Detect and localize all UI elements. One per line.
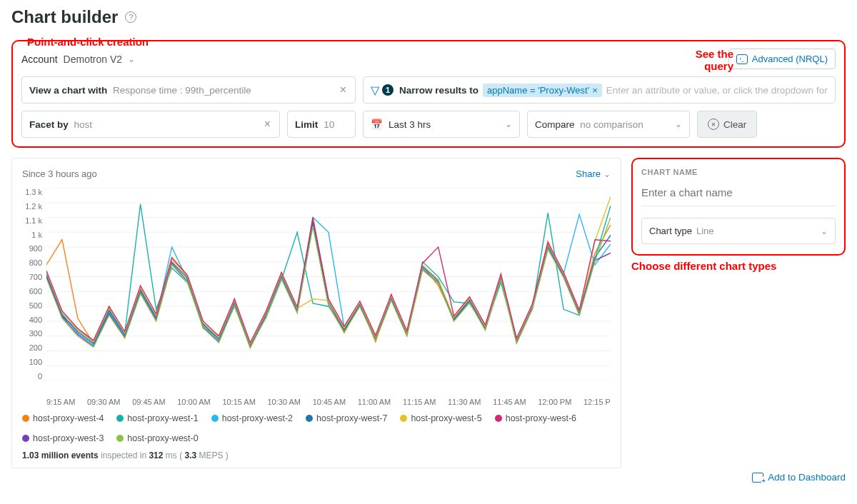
x-tick: 11:30 AM (448, 398, 481, 406)
chevron-down-icon: ⌄ (505, 119, 512, 129)
chart-panel: Since 3 hours ago Share ⌄ 1.3 k1.2 k1.1 … (11, 158, 621, 468)
view-prefix: View a chart with (29, 85, 107, 96)
chevron-down-icon: ⌄ (675, 119, 682, 129)
y-tick: 100 (22, 358, 42, 366)
legend-label: host-proxy-west-3 (33, 433, 104, 443)
dashboard-icon (752, 473, 763, 483)
legend-label: host-proxy-west-0 (127, 433, 198, 443)
filter-chip[interactable]: appName = 'Proxy-West' × (483, 84, 602, 97)
legend-label: host-proxy-west-5 (411, 413, 481, 423)
time-value: Last 3 hrs (389, 119, 431, 130)
facet-field[interactable]: Facet by host × (21, 111, 280, 138)
legend-color-dot (22, 435, 29, 442)
filter-icon: ▽ (371, 84, 379, 97)
view-chart-field[interactable]: View a chart with Response time : 99th_p… (21, 76, 356, 104)
legend-color-dot (306, 415, 313, 422)
account-value: Demotron V2 (64, 54, 122, 65)
clear-view-icon[interactable]: × (339, 84, 348, 96)
chevron-down-icon: ⌄ (603, 169, 611, 179)
share-button[interactable]: Share ⌄ (576, 168, 611, 179)
legend-item[interactable]: host-proxy-west-3 (22, 433, 104, 443)
x-tick: 12:15 P (583, 398, 611, 406)
clear-label: Clear (723, 119, 746, 130)
query-stats: 1.03 million events inspected in 312 ms … (22, 450, 611, 460)
terminal-icon: ›_ (736, 54, 748, 64)
legend-label: host-proxy-west-4 (33, 413, 104, 423)
narrow-prefix: Narrow results to (399, 85, 478, 96)
legend-color-dot (116, 435, 124, 442)
x-tick: 09:45 AM (132, 398, 165, 406)
limit-field[interactable]: Limit 10 (287, 111, 356, 138)
filter-chip-text: appName = 'Proxy-West' (487, 85, 589, 96)
x-tick: 10:15 AM (222, 398, 255, 406)
legend-label: host-proxy-west-2 (222, 413, 293, 423)
legend-item[interactable]: host-proxy-west-0 (116, 433, 198, 443)
legend-color-dot (400, 415, 407, 422)
legend-color-dot (495, 415, 502, 422)
clear-icon: × (708, 119, 719, 130)
remove-chip-icon[interactable]: × (592, 85, 598, 96)
filter-count-badge: 1 (382, 84, 394, 96)
x-tick: 11:15 AM (403, 398, 436, 406)
legend-item[interactable]: host-proxy-west-7 (306, 413, 387, 423)
help-icon[interactable]: ? (125, 11, 136, 23)
legend-label: host-proxy-west-1 (127, 413, 198, 423)
legend-item[interactable]: host-proxy-west-2 (211, 413, 293, 423)
y-tick: 400 (22, 316, 42, 324)
x-tick: 10:30 AM (268, 398, 301, 406)
add-to-dashboard-button[interactable]: Add to Dashboard (631, 472, 846, 483)
legend-item[interactable]: host-proxy-west-4 (22, 413, 104, 423)
account-label: Account (21, 54, 58, 65)
annotation-see-query: See the query (696, 49, 733, 72)
chart-name-label: CHART NAME (641, 168, 836, 176)
chart-config-panel: CHART NAME Chart type Line ⌄ (631, 158, 846, 256)
facet-value: host (74, 119, 93, 130)
legend-label: host-proxy-west-7 (316, 413, 387, 423)
y-tick: 200 (22, 343, 42, 352)
chart-type-prefix: Chart type (649, 226, 692, 236)
chevron-down-icon: ⌄ (821, 226, 828, 236)
clear-button[interactable]: × Clear (697, 111, 757, 138)
y-tick: 500 (22, 301, 42, 310)
legend-color-dot (22, 415, 29, 422)
limit-prefix: Limit (295, 119, 318, 130)
legend-color-dot (211, 415, 219, 422)
y-tick: 0 (22, 372, 42, 380)
legend-label: host-proxy-west-6 (506, 413, 576, 423)
x-tick: 10:00 AM (177, 398, 210, 406)
y-tick: 1.2 k (22, 202, 42, 211)
series-line (46, 225, 611, 347)
chevron-down-icon: ⌄ (128, 54, 135, 64)
legend-item[interactable]: host-proxy-west-6 (495, 413, 576, 423)
annotation-choose-types: Choose different chart types (631, 260, 846, 272)
clear-facet-icon[interactable]: × (263, 118, 272, 131)
x-tick: 10:45 AM (313, 398, 346, 406)
y-tick: 1.1 k (22, 216, 42, 225)
y-tick: 900 (22, 244, 42, 253)
chart-name-input[interactable] (641, 182, 836, 206)
limit-value: 10 (324, 119, 334, 130)
y-tick: 1 k (22, 231, 42, 239)
chart-type-selector[interactable]: Chart type Line ⌄ (641, 218, 836, 244)
query-builder-panel: See the query Account Demotron V2 ⌄ ›_ A… (11, 40, 846, 148)
calendar-icon: 📅 (371, 119, 383, 130)
narrow-placeholder: Enter an attribute or value, or click th… (606, 85, 828, 96)
page-title: Chart builder (11, 7, 118, 27)
x-tick: 12:00 PM (538, 398, 571, 406)
y-tick: 1.3 k (22, 188, 42, 196)
compare-field[interactable]: Compare no comparison ⌄ (527, 111, 690, 138)
y-tick: 300 (22, 329, 42, 338)
x-tick: 09:30 AM (87, 398, 120, 406)
y-tick: 700 (22, 273, 42, 281)
x-tick: 11:00 AM (358, 398, 391, 406)
time-range-field[interactable]: 📅 Last 3 hrs ⌄ (363, 111, 520, 138)
compare-prefix: Compare (535, 119, 575, 130)
legend-item[interactable]: host-proxy-west-1 (116, 413, 198, 423)
legend-item[interactable]: host-proxy-west-5 (400, 413, 481, 423)
narrow-results-field[interactable]: ▽ 1 Narrow results to appName = 'Proxy-W… (363, 76, 836, 104)
x-tick: 9:15 AM (46, 398, 75, 406)
advanced-nrql-button[interactable]: ›_ Advanced (NRQL) (728, 49, 836, 69)
chart-type-value: Line (696, 226, 714, 236)
account-selector[interactable]: Account Demotron V2 ⌄ (21, 54, 135, 65)
x-tick: 11:45 AM (493, 398, 526, 406)
